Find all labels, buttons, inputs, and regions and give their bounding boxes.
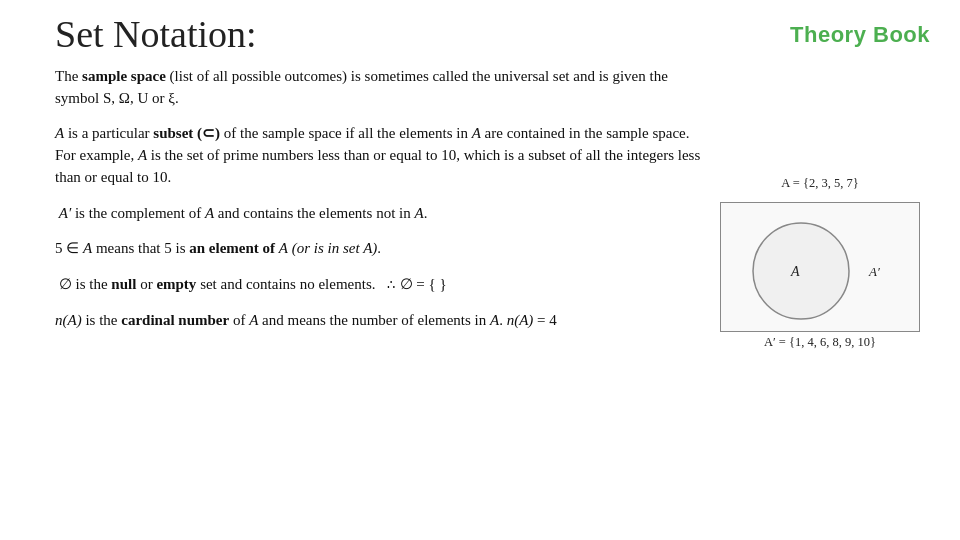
subset-text: A is a particular subset (⊂) of the samp… [55,123,710,188]
sample-space-text: The sample space (list of all possible o… [55,66,710,110]
sample-space-section: The sample space (list of all possible o… [55,66,710,110]
svg-text:A′: A′ [868,264,880,279]
italic-a8: A [249,312,258,328]
text-column: The sample space (list of all possible o… [55,66,710,350]
header: Set Notation: Theory Book [55,10,930,56]
diagram-bottom-label: A′ = {1, 4, 6, 8, 9, 10} [764,335,876,350]
italic-a7: A [279,240,288,256]
svg-text:A: A [790,264,800,279]
italic-parens: (or is in set A) [292,240,378,256]
italic-a6: A [83,240,92,256]
empty-set-section: ∅ is the null or empty set and contains … [55,274,710,296]
complement-text: A′ is the complement of A and contains t… [55,203,710,225]
italic-a4: A [205,205,214,221]
set-diagram: A A′ [720,202,920,332]
diagram-top-label: A = {2, 3, 5, 7} [781,176,858,191]
cardinal-text: n(A) is the cardinal number of A and mea… [55,310,710,332]
cardinal-section: n(A) is the cardinal number of A and mea… [55,310,710,332]
complement-section: A′ is the complement of A and contains t… [55,203,710,225]
therefore-symbol: ∴ [387,277,396,292]
page-title: Set Notation: [55,10,257,56]
bold-element: an element of [189,240,275,256]
element-section: 5 ∈ A means that 5 is an element of A (o… [55,238,710,260]
content-area: The sample space (list of all possible o… [55,66,710,332]
italic-a3: A [138,147,147,163]
italic-a: A [55,125,64,141]
italic-a5: A [414,205,423,221]
bold-cardinal: cardinal number [121,312,229,328]
bold-sample-space: sample space [82,68,166,84]
bold-subset: subset (⊂) [153,125,220,141]
bold-empty: empty [156,276,196,292]
subset-section: A is a particular subset (⊂) of the samp… [55,123,710,188]
main-content: The sample space (list of all possible o… [55,66,930,350]
element-text: 5 ∈ A means that 5 is an element of A (o… [55,238,710,260]
diagram-column: A = {2, 3, 5, 7} A A′ A′ = {1, 4, 6, 8, … [710,66,930,350]
svg-point-0 [753,223,849,319]
italic-na: n(A) [55,312,82,328]
theory-book-label: Theory Book [790,10,930,48]
italic-aprime: A′ [59,205,71,221]
page: Set Notation: Theory Book The sample spa… [0,0,960,540]
italic-a2: A [472,125,481,141]
empty-set-text: ∅ is the null or empty set and contains … [55,274,710,296]
bold-null: null [111,276,136,292]
italic-a9: A [490,312,499,328]
set-diagram-svg: A A′ [721,203,921,333]
italic-na2: n(A) [507,312,534,328]
